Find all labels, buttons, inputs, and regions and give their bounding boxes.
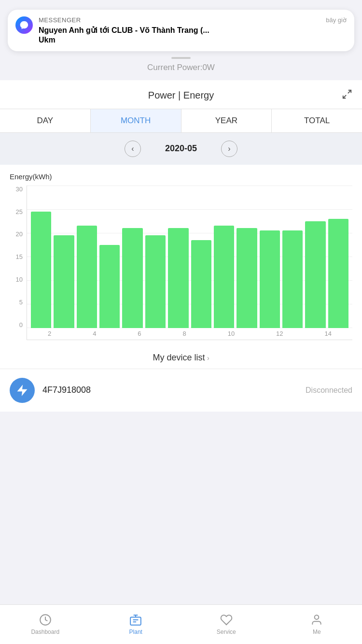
notification-message: Nguyen Anh gửi tới CLUB - Võ Thành Trang…: [39, 26, 347, 36]
svg-point-4: [315, 615, 319, 619]
notification-app: MESSENGER: [39, 16, 81, 24]
notification-sub: Ukm: [39, 36, 347, 44]
current-power-text: Current Power:0W: [147, 63, 215, 72]
current-power-section: Current Power:0W: [0, 59, 362, 80]
bar-4: [99, 245, 120, 328]
device-list-label: My device list: [153, 353, 205, 362]
chart-wrapper: 30 25 20 15 10 5 0: [10, 186, 352, 340]
device-item[interactable]: 4F7J918008 Disconnected: [0, 369, 362, 412]
bar-2: [54, 235, 74, 328]
chart-header: Power | Energy: [0, 80, 362, 101]
y-tick-0: 0: [19, 321, 23, 329]
bars-container: [27, 186, 352, 328]
bar-7: [168, 228, 188, 328]
bar-6: [145, 235, 166, 328]
device-id: 4F7J918008: [42, 385, 298, 395]
nav-dashboard-label: Dashboard: [31, 629, 59, 635]
device-info: 4F7J918008: [42, 385, 298, 395]
expand-icon[interactable]: [342, 89, 352, 102]
bar-8: [191, 240, 211, 328]
main-content: Power | Energy DAY MONTH YEAR TOTAL ‹ 20…: [0, 80, 362, 412]
x-tick-2: 2: [48, 328, 51, 340]
bar-11: [260, 230, 280, 328]
dashboard-icon: [39, 613, 52, 627]
messenger-icon: [15, 16, 33, 34]
x-tick-10: 10: [228, 328, 235, 340]
y-tick-15: 15: [16, 253, 23, 260]
nav-plant[interactable]: Plant: [91, 605, 181, 639]
x-tick-12: 12: [276, 328, 283, 340]
device-status: Disconnected: [306, 386, 352, 395]
bar-9: [214, 226, 234, 328]
date-label: 2020-05: [165, 143, 197, 154]
bar-10: [237, 228, 257, 328]
prev-date-button[interactable]: ‹: [125, 141, 141, 157]
svg-line-1: [343, 95, 346, 98]
bar-14: [328, 219, 348, 328]
x-tick-4: 4: [93, 328, 96, 340]
bar-12: [282, 230, 303, 328]
x-tick-14: 14: [324, 328, 331, 340]
y-axis: 30 25 20 15 10 5 0: [10, 186, 27, 340]
nav-dashboard[interactable]: Dashboard: [0, 605, 91, 639]
tab-day[interactable]: DAY: [0, 109, 91, 132]
bar-3: [77, 226, 97, 328]
chart-title: Power | Energy: [148, 90, 214, 101]
chevron-right-icon: ›: [207, 354, 209, 362]
x-axis: 2 4 6 8 10 12 14: [27, 328, 352, 340]
notification-banner[interactable]: MESSENGER bây giờ Nguyen Anh gửi tới CLU…: [8, 10, 354, 51]
y-tick-25: 25: [16, 208, 23, 215]
x-tick-8: 8: [182, 328, 186, 340]
notification-content: MESSENGER bây giờ Nguyen Anh gửi tới CLU…: [39, 16, 347, 44]
tabs-container: DAY MONTH YEAR TOTAL: [0, 109, 362, 133]
notification-time: bây giờ: [326, 16, 347, 24]
nav-service-label: Service: [217, 629, 236, 635]
device-avatar: [10, 378, 35, 403]
chart-y-label: Energy(kWh): [10, 172, 352, 181]
tab-year[interactable]: YEAR: [181, 109, 272, 132]
svg-rect-3: [130, 617, 141, 625]
nav-service[interactable]: Service: [181, 605, 272, 639]
nav-plant-label: Plant: [129, 629, 142, 635]
x-tick-6: 6: [138, 328, 141, 340]
plant-icon: [129, 613, 142, 627]
date-nav: ‹ 2020-05 ›: [0, 133, 362, 165]
bar-5: [122, 228, 142, 328]
chart-area: 2 4 6 8 10 12 14: [27, 186, 352, 340]
svg-line-0: [348, 90, 351, 93]
chart-section: Energy(kWh) 30 25 20 15 10 5 0: [0, 165, 362, 345]
y-tick-10: 10: [16, 276, 23, 283]
nav-me[interactable]: Me: [272, 605, 362, 639]
tab-month[interactable]: MONTH: [91, 109, 181, 132]
tab-total[interactable]: TOTAL: [272, 109, 362, 132]
y-tick-5: 5: [19, 299, 23, 306]
me-icon: [310, 613, 323, 627]
device-list-header[interactable]: My device list ›: [0, 345, 362, 369]
y-tick-20: 20: [16, 230, 23, 238]
bar-1: [31, 212, 51, 328]
nav-me-label: Me: [313, 629, 321, 635]
bottom-nav: Dashboard Plant Service Me: [0, 604, 362, 644]
service-icon: [220, 613, 233, 627]
y-tick-30: 30: [16, 186, 23, 193]
next-date-button[interactable]: ›: [221, 141, 237, 157]
bar-13: [305, 221, 325, 328]
